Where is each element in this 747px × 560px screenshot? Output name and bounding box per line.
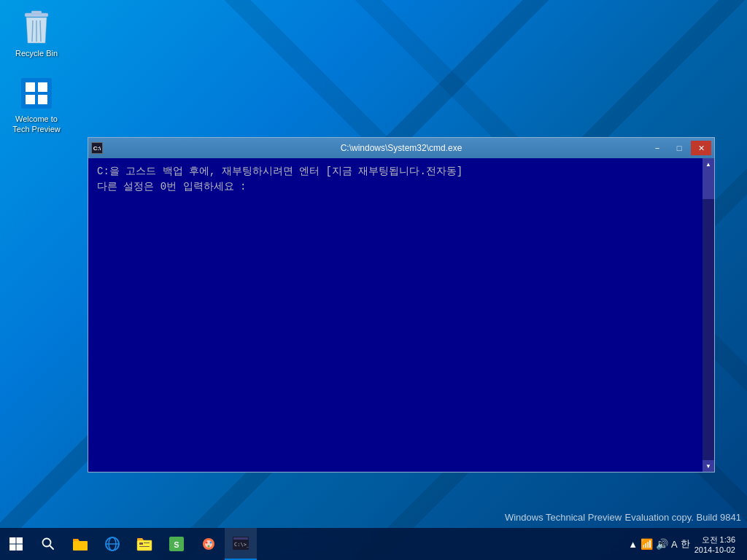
taskbar-cmd[interactable]: C:\>_ [225, 528, 257, 560]
svg-line-4 [40, 20, 41, 42]
scrollbar-track[interactable] [703, 170, 714, 460]
ime-ko-icon[interactable]: 한 [681, 537, 690, 551]
welcome-tech-preview-icon[interactable]: Welcome to Tech Preview [7, 73, 66, 138]
minimize-button[interactable]: − [647, 141, 667, 155]
svg-rect-20 [137, 540, 152, 551]
scrollbar-up-btn[interactable]: ▲ [703, 158, 714, 170]
cmd-title-left: C:\ [91, 142, 103, 154]
svg-line-15 [50, 545, 53, 549]
svg-rect-11 [17, 537, 23, 544]
notification-icons: ▲ 📶 🔊 A 한 [628, 537, 690, 551]
taskbar-ie[interactable] [96, 528, 128, 560]
cmd-controls: − □ ✕ [647, 141, 711, 155]
svg-rect-12 [9, 545, 16, 551]
clock-date: 2014-10-02 [694, 545, 735, 554]
recycle-bin-image [19, 10, 54, 45]
network-icon[interactable]: 📶 [640, 538, 653, 550]
svg-rect-13 [17, 545, 23, 551]
notification-area: ▲ 📶 🔊 A 한 오전 1:36 2014-10-02 [622, 534, 747, 554]
cmd-text-area[interactable]: C:을 고스드 백업 후에, 재부팅하시려면 엔터 [지금 재부팅됩니다.전자동… [88, 158, 703, 472]
taskbar-store[interactable]: S [160, 528, 193, 560]
welcome-icon-label: Welcome to Tech Preview [12, 114, 60, 135]
clock-time: 오전 1:36 [694, 534, 735, 545]
welcome-icon-image [19, 76, 54, 111]
volume-icon[interactable]: 🔊 [656, 538, 668, 550]
cmd-title-text: C:\windows\System32\cmd.exe [341, 143, 462, 153]
svg-point-28 [206, 542, 208, 544]
svg-rect-21 [139, 542, 143, 545]
desktop: Recycle Bin Welcome to Tech Preview C:\ … [0, 0, 747, 560]
taskbar-explorer2[interactable] [128, 528, 160, 560]
watermark-line2: Evaluation copy. Build 9841 [625, 512, 741, 523]
cmd-line-2: 다른 설정은 0번 입력하세요 : [97, 179, 694, 195]
recycle-bin-icon[interactable]: Recycle Bin [7, 7, 66, 61]
recycle-bin-label: Recycle Bin [15, 48, 58, 58]
taskbar-file-explorer[interactable] [64, 528, 96, 560]
show-hidden-icons[interactable]: ▲ [628, 539, 638, 550]
svg-rect-23 [139, 546, 150, 547]
svg-point-29 [210, 542, 212, 544]
svg-rect-6 [26, 82, 35, 92]
svg-rect-32 [233, 537, 248, 540]
cmd-line-1: C:을 고스드 백업 후에, 재부팅하시려면 엔터 [지금 재부팅됩니다.전자동… [97, 164, 694, 179]
svg-point-30 [208, 545, 210, 548]
svg-rect-1 [31, 11, 42, 14]
search-button[interactable] [32, 528, 64, 560]
svg-text:C:\>_: C:\>_ [234, 542, 249, 548]
svg-text:S: S [174, 540, 179, 549]
taskbar-apps: S C:\>_ [64, 528, 622, 560]
close-button[interactable]: ✕ [691, 141, 711, 155]
watermark: Windows Technical Preview Evaluation cop… [505, 510, 741, 524]
ime-a-icon[interactable]: A [671, 539, 678, 550]
start-button[interactable] [0, 528, 32, 560]
watermark-line1: Windows Technical Preview [505, 512, 622, 523]
svg-rect-8 [26, 95, 35, 104]
svg-rect-9 [38, 95, 47, 104]
taskbar-paint[interactable] [193, 528, 225, 560]
cmd-window: C:\ C:\windows\System32\cmd.exe − □ ✕ C:… [88, 137, 715, 472]
scrollbar-down-btn[interactable]: ▼ [703, 460, 714, 472]
taskbar: S C:\>_ [0, 528, 747, 560]
cmd-content: C:을 고스드 백업 후에, 재부팅하시려면 엔터 [지금 재부팅됩니다.전자동… [88, 158, 714, 472]
taskbar-clock[interactable]: 오전 1:36 2014-10-02 [694, 534, 741, 554]
svg-rect-7 [38, 82, 47, 92]
scrollbar-thumb[interactable] [703, 170, 714, 199]
svg-rect-16 [73, 541, 88, 551]
cmd-scrollbar[interactable]: ▲ ▼ [703, 158, 714, 472]
svg-rect-22 [144, 542, 150, 543]
cmd-titlebar: C:\ C:\windows\System32\cmd.exe − □ ✕ [88, 138, 714, 158]
svg-line-2 [32, 20, 33, 42]
maximize-button[interactable]: □ [669, 141, 689, 155]
cmd-icon: C:\ [91, 142, 103, 154]
svg-rect-10 [9, 537, 16, 544]
